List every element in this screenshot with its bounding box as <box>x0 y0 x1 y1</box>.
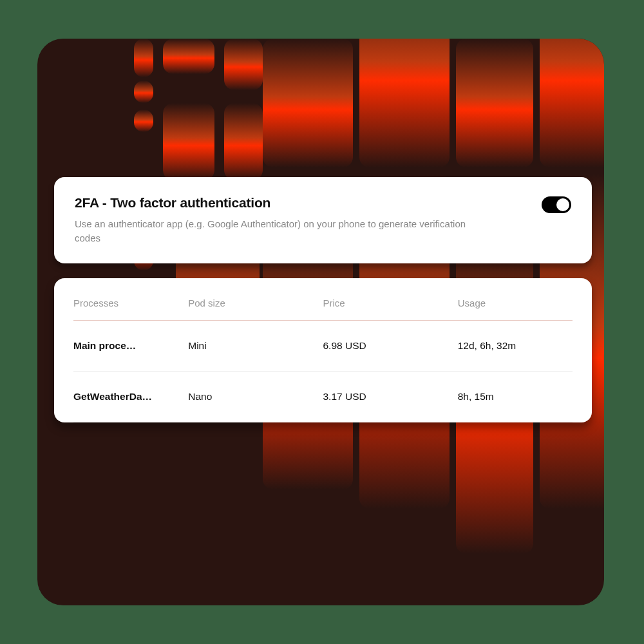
cell-price: 6.98 USD <box>323 321 458 372</box>
col-pod-size: Pod size <box>188 285 323 321</box>
decor-block <box>134 109 153 132</box>
table-header-row: Processes Pod size Price Usage <box>73 285 573 321</box>
cell-pod-size: Mini <box>188 321 323 372</box>
decor-block <box>456 39 533 167</box>
decor-block <box>134 39 153 77</box>
processes-table: Processes Pod size Price Usage Main proc… <box>73 285 573 422</box>
decor-block <box>224 39 263 90</box>
cell-pod-size: Nano <box>188 372 323 422</box>
cell-usage: 12d, 6h, 32m <box>458 321 573 372</box>
table-row[interactable]: Main proce… Mini 6.98 USD 12d, 6h, 32m <box>73 321 573 372</box>
processes-card: Processes Pod size Price Usage Main proc… <box>54 278 592 422</box>
decor-block <box>540 39 604 167</box>
cell-process-name: GetWeatherDa… <box>73 372 188 422</box>
col-processes: Processes <box>73 285 188 321</box>
two-factor-toggle[interactable] <box>542 196 571 213</box>
decor-block <box>134 80 153 103</box>
decor-block <box>263 39 353 167</box>
two-factor-description: Use an authenticator app (e.g. Google Au… <box>75 217 487 245</box>
toggle-knob <box>556 198 569 211</box>
cell-process-name: Main proce… <box>73 321 188 372</box>
col-price: Price <box>323 285 458 321</box>
decor-block <box>163 103 214 180</box>
two-factor-card: 2FA - Two factor authentication Use an a… <box>54 177 592 263</box>
cell-price: 3.17 USD <box>323 372 458 422</box>
cell-usage: 8h, 15m <box>458 372 573 422</box>
two-factor-title: 2FA - Two factor authentication <box>75 195 526 211</box>
decor-block <box>359 39 450 167</box>
col-usage: Usage <box>458 285 573 321</box>
table-row[interactable]: GetWeatherDa… Nano 3.17 USD 8h, 15m <box>73 372 573 422</box>
decor-block <box>224 103 263 180</box>
decor-block <box>163 39 214 74</box>
